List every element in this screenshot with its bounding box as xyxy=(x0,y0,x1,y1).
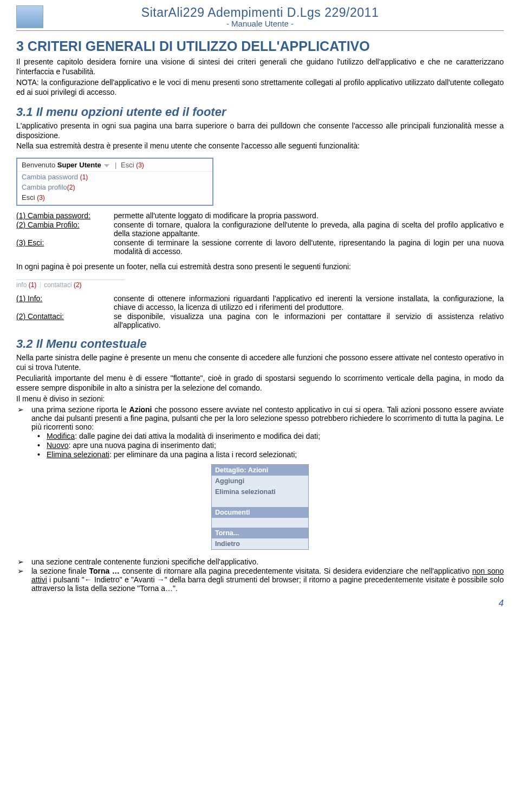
footer-info-link: info xyxy=(16,281,27,289)
ctx-row-elimina: Elimina selezionati xyxy=(212,486,308,497)
sub-bullet-elimina: • Elimina selezionati: per eliminare da … xyxy=(16,450,504,459)
annotation-3-top: (3) xyxy=(136,161,144,169)
annotation-footer-2: (2) xyxy=(74,281,82,289)
def-esci: (3) Esci: consente di terminare la sessi… xyxy=(16,238,504,256)
def-cambia-password: (1) Cambia password: permette all'utente… xyxy=(16,211,504,220)
section-3-heading: 3 CRITERI GENERALI DI UTILIZZO DELL'APPL… xyxy=(16,38,504,54)
ctx-header-azioni: Dettaglio: Azioni xyxy=(212,465,308,476)
doc-subtitle: - Manuale Utente - xyxy=(16,19,504,30)
footer-contattaci-link: contattaci xyxy=(44,281,72,289)
s32-paragraph-1: Nella parte sinistra delle pagine è pres… xyxy=(16,353,504,373)
user-name: Super Utente xyxy=(57,161,101,169)
menu-row-change-profile: Cambia profilo(2) xyxy=(17,182,212,192)
menu-row-change-password: Cambia password (1) xyxy=(17,172,212,182)
section-3-2-heading: 3.2 Il Menu contestuale xyxy=(16,337,504,351)
page-header: SitarAli229 Adempimenti D.Lgs 229/2011 -… xyxy=(16,5,504,31)
logo-image xyxy=(16,5,43,28)
ctx-row-indietro: Indietro xyxy=(212,538,308,549)
menu-row-exit: Esci (3) xyxy=(17,192,212,205)
ctx-header-documenti: Documenti xyxy=(212,507,308,518)
intro-paragraph-2: NOTA: la configurazione dell'applicativo… xyxy=(16,78,504,98)
dropdown-icon xyxy=(104,164,109,167)
ctx-row-aggiungi: Aggiungi xyxy=(212,476,308,486)
def-info: (1) Info: consente di ottenere informazi… xyxy=(16,294,504,311)
intro-paragraph-1: Il presente capitolo desidera fornire un… xyxy=(16,57,504,77)
sub-bullet-modifica: • Modifica: dalle pagine dei dati attiva… xyxy=(16,432,504,440)
user-menu-screenshot: Benvenuto Super Utente | Esci (3) Cambia… xyxy=(16,158,213,206)
s32-paragraph-3: Il menu è diviso in sezioni: xyxy=(16,394,504,404)
page-number: 4 xyxy=(16,598,504,609)
footer-intro-line: In ogni pagina è poi presente un footer,… xyxy=(16,262,504,272)
footer-screenshot: info (1) | contattaci (2) xyxy=(16,280,125,289)
user-menu-top-bar: Benvenuto Super Utente | Esci (3) xyxy=(17,159,212,172)
s31-paragraph-2: Nella sua estremità destra è presente il… xyxy=(16,141,504,151)
s31-paragraph-1: L'applicativo presenta in ogni sua pagin… xyxy=(16,121,504,141)
bullet-azioni: ➢ una prima sezione riporta le Azioni ch… xyxy=(16,405,504,431)
s32-paragraph-2: Peculiarità importante del menu è di ess… xyxy=(16,374,504,393)
doc-title: SitarAli229 Adempimenti D.Lgs 229/2011 xyxy=(16,5,504,20)
def-cambia-profilo: (2) Cambia Profilo: consente di tornare,… xyxy=(16,220,504,238)
ctx-header-torna: Torna... xyxy=(212,528,308,538)
annotation-footer-1: (1) xyxy=(29,281,37,289)
annotation-3-bottom: (3) xyxy=(37,194,45,202)
exit-link-top: Esci xyxy=(121,161,134,169)
context-menu-screenshot: Dettaglio: Azioni Aggiungi Elimina selez… xyxy=(211,464,309,550)
annotation-2: (2) xyxy=(67,184,75,191)
sub-bullet-nuovo: • Nuovo: apre una nuova pagina di inseri… xyxy=(16,441,504,450)
bullet-torna: ➢ la sezione finale Torna … consente di … xyxy=(16,567,504,593)
welcome-label: Benvenuto xyxy=(22,161,55,169)
section-3-1-heading: 3.1 Il menu opzioni utente ed il footer xyxy=(16,105,504,119)
def-contattaci: (2) Contattaci: se disponibile, visualiz… xyxy=(16,312,504,329)
annotation-1: (1) xyxy=(80,173,88,181)
bullet-sezione-centrale: ➢ una sezione centrale contenente funzio… xyxy=(16,557,504,566)
